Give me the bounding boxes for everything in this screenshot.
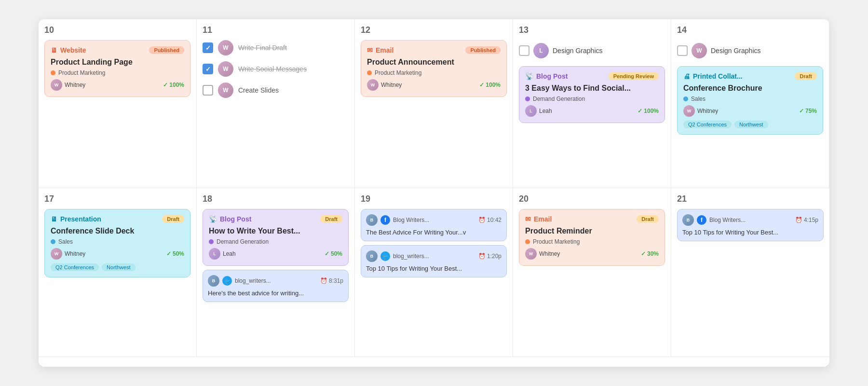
status-badge: Draft — [637, 215, 659, 223]
day-cell: 20 ✉ Email Draft Product Reminder Produc… — [513, 188, 671, 357]
task-checkbox[interactable] — [519, 45, 529, 56]
social-account: Blog Writers... — [709, 217, 746, 223]
card-category: Product Marketing — [533, 238, 580, 245]
category-dot — [367, 70, 372, 75]
card-person: Leah — [223, 250, 236, 257]
card-category: Sales — [691, 96, 705, 102]
day-cell: 13 L Design Graphics 📡 Blog Post Pending… — [513, 19, 671, 188]
task-text: Design Graphics — [711, 47, 761, 55]
social-account: Blog Writers... — [393, 217, 429, 223]
social-card: B f Blog Writers... ⏰ 4:15p Top 10 Tips … — [677, 209, 824, 241]
content-card: 🖥 Website Published Product Landing Page… — [44, 40, 190, 97]
tag: Q2 Conferences — [51, 263, 99, 271]
card-person: Whitney — [65, 82, 85, 88]
card-category: Demand Generation — [217, 238, 269, 245]
social-account: blog_writers... — [235, 277, 271, 284]
checklist-text: Write Social Messages — [238, 65, 307, 73]
content-card: 🖨 Printed Collat... Draft Conference Bro… — [677, 66, 823, 135]
card-type-label: Email — [376, 46, 393, 54]
calendar-grid: 10 🖥 Website Published Product Landing P… — [39, 19, 829, 357]
checklist-item[interactable]: W Write Social Messages — [203, 61, 349, 77]
day-cell: 14 W Design Graphics 🖨 Printed Collat...… — [671, 19, 829, 188]
card-progress: ✓ 50% — [325, 250, 342, 257]
simple-task[interactable]: W Design Graphics — [677, 40, 823, 61]
card-title: How to Write Your Best... — [209, 227, 342, 235]
card-category: Product Marketing — [375, 69, 421, 76]
task-checkbox[interactable] — [677, 45, 688, 56]
simple-task[interactable]: L Design Graphics — [519, 40, 665, 61]
content-card: ✉ Email Draft Product Reminder Product M… — [519, 209, 665, 266]
tag: Northwest — [734, 121, 768, 128]
checklist-item[interactable]: W Write Final Draft — [203, 40, 349, 55]
category-dot — [51, 239, 55, 244]
social-text: Top 10 Tips for Writing Your Best... — [682, 229, 818, 236]
day-cell: 19 B f Blog Writers... ⏰ 10:42 The Best … — [355, 188, 513, 357]
category-dot — [525, 239, 530, 244]
checkbox[interactable] — [203, 85, 213, 96]
type-icon: 📡 — [209, 215, 217, 223]
card-progress: ✓ 100% — [637, 108, 659, 114]
card-title: Conference Slide Deck — [51, 227, 184, 235]
day-number: 17 — [44, 194, 190, 204]
card-title: Conference Brochure — [683, 84, 817, 93]
checklist-text: Write Final Draft — [238, 44, 287, 52]
social-text: Top 10 Tips for Writing Your Best... — [366, 265, 502, 272]
day-cell: 11 W Write Final Draft W Write Social Me… — [197, 19, 355, 188]
social-card: B f Blog Writers... ⏰ 10:42 The Best Adv… — [361, 209, 507, 241]
card-title: Product Announcement — [367, 58, 501, 67]
card-person: Whitney — [697, 108, 718, 114]
card-type-label: Blog Post — [536, 72, 568, 80]
card-person: Leah — [539, 108, 552, 114]
checklist-item[interactable]: W Create Slides — [203, 83, 349, 98]
status-badge: Published — [149, 46, 184, 54]
social-time: ⏰ 1:20p — [478, 253, 502, 260]
day-number: 14 — [677, 25, 823, 35]
card-type-label: Printed Collat... — [693, 72, 743, 80]
checkbox[interactable] — [203, 64, 213, 74]
content-card: 📡 Blog Post Draft How to Write Your Best… — [203, 209, 349, 266]
card-progress: ✓ 100% — [479, 82, 501, 88]
card-type-label: Email — [534, 215, 552, 223]
card-category: Demand Generation — [533, 96, 585, 102]
card-progress: ✓ 50% — [166, 250, 184, 257]
type-icon: 🖥 — [51, 46, 57, 54]
content-card: 🖥 Presentation Draft Conference Slide De… — [44, 209, 190, 277]
content-card: 📡 Blog Post Pending Review 3 Easy Ways t… — [519, 66, 665, 123]
social-time: ⏰ 10:42 — [478, 217, 502, 223]
social-time: ⏰ 8:31p — [320, 277, 343, 284]
category-dot — [683, 96, 688, 101]
day-cell: 18 📡 Blog Post Draft How to Write Your B… — [197, 188, 355, 357]
card-progress: ✓ 75% — [799, 108, 817, 114]
checkbox[interactable] — [203, 42, 213, 53]
day-cell: 12 ✉ Email Published Product Announcemen… — [355, 19, 513, 188]
card-title: Product Landing Page — [51, 58, 184, 67]
status-badge: Draft — [162, 215, 184, 223]
category-dot — [51, 70, 55, 75]
day-number: 10 — [44, 25, 190, 35]
type-icon: ✉ — [367, 46, 373, 54]
tag: Q2 Conferences — [683, 121, 732, 128]
card-progress: ✓ 100% — [163, 82, 184, 88]
social-card: B 🐦 blog_writers... ⏰ 8:31p Here's the b… — [203, 270, 349, 302]
status-badge: Draft — [795, 72, 817, 80]
card-person: Whitney — [381, 82, 402, 88]
category-dot — [209, 239, 214, 244]
status-badge: Draft — [320, 215, 342, 223]
card-title: 3 Easy Ways to Find Social... — [525, 84, 659, 93]
card-person: Whitney — [65, 250, 85, 257]
day-number: 12 — [361, 25, 507, 35]
day-cell: 10 🖥 Website Published Product Landing P… — [39, 19, 197, 188]
day-cell: 17 🖥 Presentation Draft Conference Slide… — [39, 188, 197, 357]
task-text: Design Graphics — [553, 47, 603, 55]
tag: Northwest — [102, 263, 136, 271]
card-type-label: Presentation — [60, 215, 101, 223]
day-number: 13 — [519, 25, 665, 35]
status-badge: Pending Review — [609, 72, 659, 80]
content-card: ✉ Email Published Product Announcement P… — [361, 40, 507, 97]
day-number: 21 — [677, 194, 824, 204]
day-number: 19 — [361, 194, 507, 204]
social-text: The Best Advice For Writing Your...v — [366, 229, 502, 236]
card-category: Sales — [58, 238, 73, 245]
card-person: Whitney — [539, 250, 560, 257]
day-number: 11 — [203, 25, 349, 35]
